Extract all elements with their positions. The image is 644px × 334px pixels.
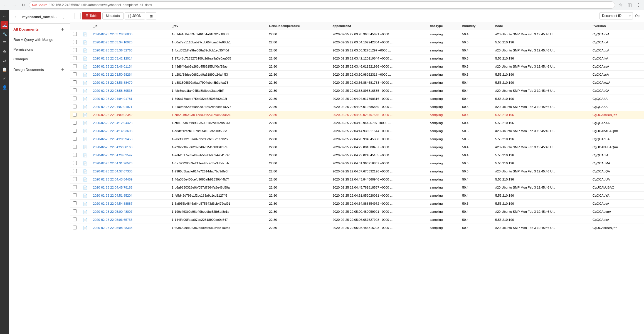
sidebar-menu-button[interactable]: ⋮: [60, 13, 66, 20]
row-id[interactable]: 2020-02-25 22:03:28.36836: [90, 30, 169, 38]
row-checkbox[interactable]: [73, 217, 77, 221]
table-row[interactable]: 📄 2020-02-25 22:04:31.96523 1-6fc029286d…: [70, 159, 644, 167]
row-checkbox[interactable]: [73, 201, 77, 205]
chrome-menu-button[interactable]: ⋮: [635, 2, 642, 8]
row-checkbox[interactable]: [73, 48, 77, 52]
rail-icon-check[interactable]: ✓: [1, 75, 8, 82]
row-id[interactable]: 2020-02-25 22:04:04.91781: [90, 95, 169, 103]
row-checkbox[interactable]: [73, 169, 77, 173]
row-checkbox[interactable]: [73, 80, 77, 84]
row-checkbox[interactable]: [73, 153, 77, 157]
table-row[interactable]: 📄 2020-02-25 22:03:50.98264 1-b281f38dee…: [70, 71, 644, 79]
table-row[interactable]: 📄 2020-02-25 22:04:29.02547 1-7db2317ac3…: [70, 151, 644, 159]
row-id[interactable]: 2020-02-25 22:04:54.88887: [90, 200, 169, 208]
rail-icon-list[interactable]: ☰: [1, 39, 8, 47]
row-id[interactable]: 2020-02-25 22:05:06.65756: [90, 216, 169, 224]
design-docs-add-button[interactable]: +: [60, 67, 65, 72]
col-version[interactable]: ~version: [590, 22, 644, 30]
table-row[interactable]: 📄 2020-02-25 22:04:37.67335 1-2985b3bacf…: [70, 167, 644, 175]
table-row[interactable]: 📄 2020-02-25 22:03:46.01134 1-43d8f46ab6…: [70, 63, 644, 71]
row-id[interactable]: 2020-02-25 22:03:34.10926: [90, 38, 169, 46]
table-row[interactable]: 📄 2020-02-25 22:04:04.91781 1-596a77faee…: [70, 95, 644, 103]
table-row[interactable]: 📄 2020-02-25 22:04:43.84459 1-46a388e403…: [70, 175, 644, 184]
row-checkbox[interactable]: [73, 113, 77, 117]
row-id[interactable]: 2020-02-25 22:04:51.85204: [90, 192, 169, 200]
row-id[interactable]: 2020-02-25 22:03:36.32763: [90, 46, 169, 55]
table-row[interactable]: 📄 2020-02-25 22:03:36.32763 1-fbcd552d4e…: [70, 46, 644, 55]
table-row[interactable]: 📄 2020-02-25 22:03:42.12014 1-17148c7163…: [70, 55, 644, 63]
metadata-view-button[interactable]: Metadata: [102, 12, 124, 19]
sidebar-item-permissions[interactable]: Permissions: [9, 44, 70, 54]
table-row[interactable]: 📄 2020-02-25 22:04:22.88163 1-7f9bbc0a5e…: [70, 143, 644, 151]
json-view-button[interactable]: { } JSON: [125, 12, 145, 19]
forward-button[interactable]: →: [11, 2, 18, 8]
row-checkbox[interactable]: [73, 129, 77, 133]
col-celsius[interactable]: Celsius temperature: [266, 22, 330, 30]
row-id[interactable]: 2020-02-25 22:04:07.01971: [90, 103, 169, 111]
rail-icon-wrench[interactable]: 🔧: [1, 30, 8, 38]
row-id[interactable]: 2020-02-25 22:04:22.88163: [90, 143, 169, 151]
all-documents-add-button[interactable]: +: [60, 26, 65, 32]
doc-id-select[interactable]: Document ID: [599, 12, 633, 19]
table-row[interactable]: 📄 2020-02-25 22:03:28.36836 1-d1d41d84c3…: [70, 30, 644, 38]
row-id[interactable]: 2020-02-25 22:03:50.98264: [90, 71, 169, 79]
table-row[interactable]: 📄 2020-02-25 22:04:45.78183 1-b6a9830328…: [70, 184, 644, 192]
col-doctype[interactable]: docType: [427, 22, 459, 30]
row-id[interactable]: 2020-02-25 22:04:37.67335: [90, 167, 169, 175]
row-checkbox[interactable]: [73, 40, 77, 44]
star-button[interactable]: ☆: [617, 2, 624, 8]
grid-view-button[interactable]: ▦: [146, 12, 156, 19]
table-row[interactable]: 📄 2020-02-25 22:04:09.02342 1-c85a0bf649…: [70, 111, 644, 119]
table-row[interactable]: 📄 2020-02-25 22:04:54.88887 1-5af956b484…: [70, 200, 644, 208]
row-checkbox[interactable]: [73, 226, 77, 229]
rail-icon-document[interactable]: 📋: [1, 66, 8, 73]
reload-button[interactable]: ↻: [20, 2, 27, 8]
table-row[interactable]: 📄 2020-02-25 22:04:51.85204 1-fe5d42d798…: [70, 192, 644, 200]
sidebar-item-changes[interactable]: Changes: [9, 54, 70, 64]
row-checkbox[interactable]: [73, 185, 77, 189]
row-checkbox[interactable]: [73, 121, 77, 125]
table-row[interactable]: 📄 2020-02-25 22:04:07.01971 1-21a98b8204…: [70, 103, 644, 111]
col-id[interactable]: _id: [90, 22, 169, 30]
row-checkbox[interactable]: [73, 177, 77, 181]
row-id[interactable]: 2020-02-25 22:05:08.48333: [90, 224, 169, 232]
table-row[interactable]: 📄 2020-02-25 22:03:56.88470 1-e381806899…: [70, 79, 644, 87]
rail-icon-gear[interactable]: ⚙: [1, 48, 8, 56]
row-checkbox[interactable]: [73, 72, 77, 76]
row-id[interactable]: 2020-02-25 22:04:20.99458: [90, 135, 169, 143]
select-all-checkbox[interactable]: [75, 13, 81, 19]
rail-icon-database[interactable]: 🗻: [1, 21, 8, 29]
row-checkbox[interactable]: [73, 105, 77, 108]
row-id[interactable]: 2020-02-25 22:03:58.89533: [90, 87, 169, 95]
row-id[interactable]: 2020-02-25 22:03:56.88470: [90, 79, 169, 87]
col-humidity[interactable]: humidity: [460, 22, 493, 30]
row-id[interactable]: 2020-02-25 22:04:43.84459: [90, 175, 169, 184]
row-id[interactable]: 2020-02-25 22:04:14.93693: [90, 127, 169, 135]
row-id[interactable]: 2020-02-25 22:05:00.48007: [90, 208, 169, 216]
extensions-button[interactable]: ◫: [626, 2, 633, 8]
back-button[interactable]: ←: [2, 2, 9, 8]
table-view-button[interactable]: ☰ Table: [82, 12, 101, 19]
sidebar-back-button[interactable]: ←: [12, 13, 20, 21]
table-row[interactable]: 📄 2020-02-25 22:05:08.48333 1-fe38208ee0…: [70, 224, 644, 232]
row-id[interactable]: 2020-02-25 22:03:46.01134: [90, 63, 169, 71]
row-checkbox[interactable]: [73, 88, 77, 92]
rail-icon-arrows[interactable]: ⇄: [1, 57, 8, 65]
row-checkbox[interactable]: [73, 97, 77, 100]
rail-icon-back[interactable]: ←: [1, 12, 8, 20]
row-checkbox[interactable]: [73, 64, 77, 68]
row-checkbox[interactable]: [73, 56, 77, 60]
table-row[interactable]: 📄 2020-02-25 22:04:12.94428 1-cfe1573b3f…: [70, 119, 644, 127]
sidebar-item-design-docs[interactable]: Design Documents +: [9, 64, 70, 75]
row-id[interactable]: 2020-02-25 22:04:09.02342: [90, 111, 169, 119]
row-checkbox[interactable]: [73, 145, 77, 149]
address-bar[interactable]: Not Secure 192.168.2.242:5984/_utils/#da…: [29, 1, 615, 9]
table-row[interactable]: 📄 2020-02-25 22:03:34.10926 1-d0a7ea1118…: [70, 38, 644, 46]
row-checkbox[interactable]: [73, 209, 77, 213]
table-row[interactable]: 📄 2020-02-25 22:05:06.65756 1-144ffb00ff…: [70, 216, 644, 224]
row-id[interactable]: 2020-02-25 22:04:45.78183: [90, 184, 169, 192]
col-rev[interactable]: _rev: [169, 22, 266, 30]
table-row[interactable]: 📄 2020-02-25 22:03:58.89533 1-fcfc6cec1f…: [70, 87, 644, 95]
table-row[interactable]: 📄 2020-02-25 22:05:00.48007 1-190c493b0d…: [70, 208, 644, 216]
row-id[interactable]: 2020-02-25 22:04:31.96523: [90, 159, 169, 167]
